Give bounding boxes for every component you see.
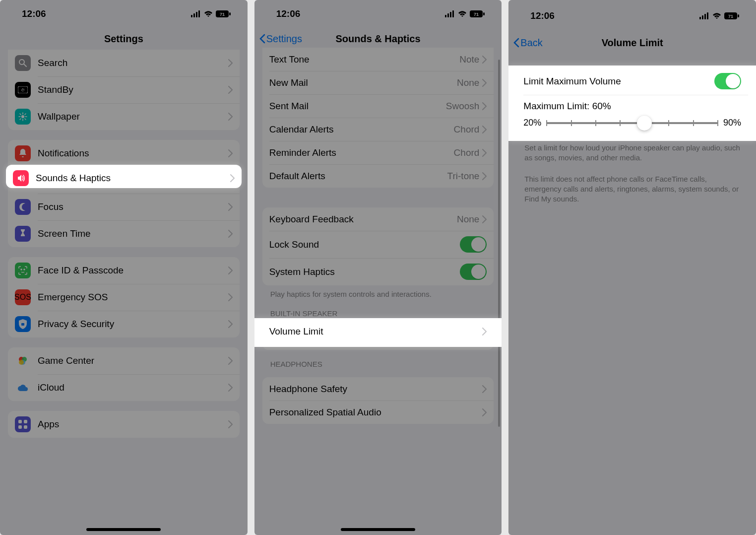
row-text-tone[interactable]: Text ToneNote <box>262 48 494 71</box>
row-label: Privacy & Security <box>38 319 228 330</box>
row-value: Chord <box>454 124 480 135</box>
navbar: Settings <box>0 28 248 50</box>
toggle-system-haptics[interactable] <box>460 264 487 280</box>
row-volume-limit-highlight[interactable]: Volume Limit <box>254 318 502 347</box>
sounds-list[interactable]: Text ToneNoteNew MailNoneSent MailSwoosh… <box>254 48 502 424</box>
row-game-center[interactable]: Game Center <box>8 347 240 374</box>
row-label: Text Tone <box>269 54 460 65</box>
row-system-haptics[interactable]: System Haptics <box>262 258 494 285</box>
row-icloud[interactable]: iCloud <box>8 374 240 401</box>
row-wallpaper[interactable]: Wallpaper <box>8 103 240 130</box>
row-label: Default Alerts <box>269 171 447 182</box>
notifications-icon <box>15 145 31 161</box>
chevron-right-icon <box>228 113 233 121</box>
svg-text:71: 71 <box>728 14 733 19</box>
row-label: Search <box>38 58 228 68</box>
chevron-right-icon <box>482 328 487 335</box>
home-indicator[interactable] <box>341 528 415 531</box>
row-lock-sound[interactable]: Lock Sound <box>262 231 494 258</box>
back-button[interactable]: Back <box>508 37 542 49</box>
toggle-limit-max-volume[interactable] <box>714 73 741 89</box>
status-time: 12:06 <box>22 8 46 19</box>
row-sounds-haptics-highlight[interactable]: Sounds & Haptics <box>6 165 242 188</box>
section-header-headphones: HEADPHONES <box>262 350 494 371</box>
row-value: None <box>457 77 479 88</box>
row-sounds-haptics[interactable]: Sounds & Haptics <box>6 165 242 188</box>
chevron-right-icon <box>228 320 233 328</box>
chevron-right-icon <box>228 293 233 301</box>
chevron-right-icon <box>482 102 487 110</box>
footer-2: This limit does not affect phone calls o… <box>516 170 748 204</box>
row-focus[interactable]: Focus <box>8 194 240 220</box>
volume-limit-slider[interactable] <box>546 122 718 124</box>
row-limit-max-volume[interactable]: Limit Maximum Volume <box>516 67 748 95</box>
slider-min-label: 20% <box>523 118 541 128</box>
settings-list[interactable]: Search⏱StandByWallpaperNotificationsSoun… <box>0 50 248 438</box>
row-calendar-alerts[interactable]: Calendar AlertsChord <box>262 118 494 141</box>
wallpaper-icon <box>15 109 31 125</box>
row-notifications[interactable]: Notifications <box>8 140 240 167</box>
row-label: Lock Sound <box>269 239 460 250</box>
volume-limit-group-highlight: Limit Maximum Volume Maximum Limit: 60% … <box>508 66 756 141</box>
status-icons: 71 <box>699 12 739 19</box>
row-screen-time[interactable]: Screen Time <box>8 220 240 247</box>
gamecenter-icon <box>15 353 31 369</box>
svg-rect-2 <box>196 12 197 17</box>
chevron-right-icon <box>228 149 233 157</box>
row-label: Apps <box>38 419 228 430</box>
row-reminder-alerts[interactable]: Reminder AlertsChord <box>262 141 494 164</box>
row-label: Emergency SOS <box>38 292 228 303</box>
row-privacy-security[interactable]: Privacy & Security <box>8 311 240 337</box>
svg-rect-30 <box>702 15 703 19</box>
signal-icon <box>699 12 709 19</box>
scroll-indicator[interactable] <box>498 60 500 427</box>
svg-rect-23 <box>447 13 449 17</box>
svg-rect-18 <box>18 420 22 423</box>
row-label: Notifications <box>38 148 228 159</box>
chevron-right-icon <box>230 174 235 182</box>
svg-text:⏱: ⏱ <box>21 88 25 92</box>
row-volume-limit[interactable]: Volume Limit <box>254 318 502 345</box>
svg-rect-1 <box>193 13 195 17</box>
sos-icon: SOS <box>15 289 31 305</box>
row-face-id-passcode[interactable]: Face ID & Passcode <box>8 257 240 284</box>
row-sent-mail[interactable]: Sent MailSwoosh <box>262 94 494 118</box>
slider-thumb[interactable] <box>637 116 652 131</box>
row-emergency-sos[interactable]: SOSEmergency SOS <box>8 284 240 311</box>
row-label: New Mail <box>269 77 457 88</box>
row-new-mail[interactable]: New MailNone <box>262 71 494 94</box>
toggle-lock-sound[interactable] <box>460 236 487 253</box>
back-button[interactable]: Settings <box>254 33 302 45</box>
svg-rect-3 <box>198 10 200 17</box>
row-label: Keyboard Feedback <box>269 214 457 225</box>
svg-rect-13 <box>21 323 24 326</box>
back-label: Settings <box>266 33 302 45</box>
wifi-icon <box>458 10 467 17</box>
chevron-right-icon <box>482 79 487 87</box>
battery-icon: 71 <box>470 10 485 17</box>
row-search[interactable]: Search <box>8 50 240 76</box>
wifi-icon <box>712 12 721 19</box>
chevron-right-icon <box>482 408 487 416</box>
status-time: 12:06 <box>530 10 555 21</box>
row-keyboard-feedback[interactable]: Keyboard Feedback None <box>262 207 494 231</box>
svg-point-11 <box>21 269 22 270</box>
row-label: iCloud <box>38 382 228 393</box>
row-apps[interactable]: Apps <box>8 411 240 438</box>
svg-rect-29 <box>699 17 701 19</box>
row-headphone-safety[interactable]: Headphone Safety <box>262 377 494 401</box>
row-personalized-spatial-audio[interactable]: Personalized Spatial Audio <box>262 401 494 424</box>
row-label: Face ID & Passcode <box>38 265 228 276</box>
navbar: Settings Sounds & Haptics <box>254 28 502 50</box>
home-indicator[interactable] <box>86 528 161 531</box>
row-label: System Haptics <box>269 267 460 277</box>
svg-rect-25 <box>452 10 454 17</box>
status-bar: 12:06 71 <box>0 0 248 28</box>
row-default-alerts[interactable]: Default AlertsTri-tone <box>262 164 494 188</box>
row-standby[interactable]: ⏱StandBy <box>8 76 240 103</box>
wifi-icon <box>204 10 213 17</box>
chevron-right-icon <box>228 59 233 67</box>
svg-point-17 <box>19 360 24 365</box>
chevron-left-icon <box>259 34 265 44</box>
svg-rect-31 <box>704 14 706 19</box>
